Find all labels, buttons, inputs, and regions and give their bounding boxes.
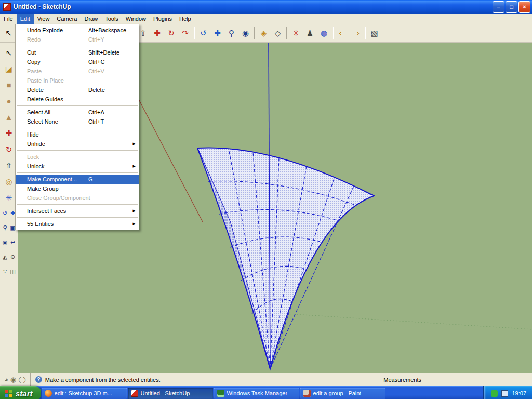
- globe-tool-button[interactable]: ◍: [317, 27, 330, 40]
- taskbar-item-paint[interactable]: edit a group - Paint: [300, 388, 385, 399]
- toolbar-separator: [194, 27, 195, 39]
- menu-item-unlock[interactable]: Unlock: [16, 162, 139, 171]
- menu-tools[interactable]: Tools: [101, 14, 122, 24]
- menu-separator: [17, 172, 138, 173]
- menu-item-shortcut: Ctrl+V: [88, 68, 104, 74]
- menu-item-label: Lock: [27, 154, 39, 160]
- menu-item-delete-guides[interactable]: Delete Guides: [16, 95, 139, 104]
- start-button[interactable]: start: [0, 386, 41, 399]
- menu-item-label: Close Group/Component: [27, 195, 90, 201]
- push-pull-tool-button[interactable]: ⇧: [2, 159, 16, 171]
- taskbar-item-firefox[interactable]: edit : Sketchup 3D m...: [42, 388, 127, 399]
- circle-tool-button[interactable]: ●: [2, 95, 16, 107]
- start-button-label: start: [16, 389, 33, 398]
- menu-item-select-none[interactable]: Select None Ctrl+T: [16, 117, 139, 126]
- rotate-tool-button[interactable]: ↻: [2, 143, 16, 155]
- menu-item-paste[interactable]: Paste Ctrl+V: [16, 66, 139, 76]
- sketchup-logo-icon: [3, 3, 11, 11]
- menu-view[interactable]: View: [34, 14, 54, 24]
- tray-icon-1[interactable]: [491, 390, 498, 397]
- taskbar-item-task-manager[interactable]: Windows Task Manager: [214, 388, 299, 399]
- section-plane-tool-button[interactable]: ◫: [9, 266, 17, 276]
- menu-item-lock[interactable]: Lock: [16, 152, 139, 162]
- menu-item-redo[interactable]: Redo Ctrl+Y: [16, 35, 139, 44]
- zoom-tool-button[interactable]: ⚲: [225, 27, 238, 40]
- status-icon-1[interactable]: ◕: [4, 376, 8, 383]
- rectangle-tool-button[interactable]: ■: [2, 79, 16, 91]
- menu-help[interactable]: Help: [176, 14, 195, 24]
- polygon-tool-button[interactable]: ▲: [2, 111, 16, 123]
- menu-item-shortcut: Ctrl+C: [88, 59, 104, 65]
- menu-item-label: Copy: [27, 59, 41, 65]
- menu-item-make-component[interactable]: Make Component... G: [16, 175, 139, 184]
- menu-separator: [17, 105, 138, 106]
- previous-view-tool-button[interactable]: ↩: [9, 237, 17, 247]
- orbit-tool-button[interactable]: ↺: [1, 208, 9, 218]
- menu-item-shortcut: Alt+Backspace: [88, 27, 126, 33]
- menu-item-label: Select All: [27, 109, 50, 115]
- menu-item-unhide[interactable]: Unhide: [16, 139, 139, 149]
- menu-item-55-entities[interactable]: 55 Entities: [16, 219, 139, 229]
- select-tool-button[interactable]: ↖: [2, 27, 15, 40]
- follow-me-tool-button[interactable]: ↷: [179, 27, 192, 40]
- menu-file[interactable]: File: [0, 14, 17, 24]
- axes-tool-button[interactable]: ✳: [2, 192, 16, 204]
- menu-item-select-all[interactable]: Select All Ctrl+A: [16, 108, 139, 117]
- status-hint: ? Make a component from the selected ent…: [31, 376, 377, 383]
- zoom-extents-tool-button[interactable]: ◉: [1, 237, 9, 247]
- menu-draw[interactable]: Draw: [81, 14, 101, 24]
- figure-tool-button[interactable]: ♟: [303, 27, 316, 40]
- menu-item-undo-explode[interactable]: Undo Explode Alt+Backspace: [16, 25, 139, 35]
- make-component-tool-button[interactable]: ◈: [257, 27, 270, 40]
- measurements-input[interactable]: [428, 373, 532, 386]
- menu-item-label: Unhide: [27, 141, 45, 147]
- menu-item-make-group[interactable]: Make Group: [16, 184, 139, 193]
- axes-tool-button[interactable]: ✳: [289, 27, 302, 40]
- offset-tool-button[interactable]: ◎: [2, 176, 16, 188]
- menu-item-cut[interactable]: Cut Shift+Delete: [16, 48, 139, 57]
- status-icon-2[interactable]: ◉: [10, 376, 16, 383]
- windows-flag-icon: [5, 390, 12, 397]
- taskbar-item-sketchup[interactable]: Untitled - SketchUp: [128, 388, 213, 399]
- paint-bucket-tool-button[interactable]: ◪: [2, 63, 16, 75]
- move-tool-button[interactable]: ✚: [151, 27, 164, 40]
- menu-item-shortcut: G: [88, 176, 93, 182]
- menu-item-shortcut: Ctrl+Y: [88, 36, 104, 43]
- menu-item-close-group-component[interactable]: Close Group/Component: [16, 193, 139, 203]
- menu-edit[interactable]: Edit: [17, 14, 34, 24]
- tray-icon-2[interactable]: [501, 390, 508, 397]
- close-button[interactable]: ×: [518, 1, 530, 13]
- move-tool-button[interactable]: ✚: [2, 127, 16, 139]
- look-around-tool-button[interactable]: ⊙: [9, 251, 17, 262]
- menu-plugins[interactable]: Plugins: [150, 14, 176, 24]
- box-tool-button[interactable]: ▧: [368, 27, 381, 40]
- pan-tool-button[interactable]: ✚: [211, 27, 224, 40]
- zoom-extents-tool-button[interactable]: ◉: [239, 27, 252, 40]
- menu-item-paste-in-place[interactable]: Paste In Place: [16, 76, 139, 85]
- menu-item-label: Intersect Faces: [27, 208, 66, 214]
- zoom-tool-button[interactable]: ⚲: [1, 222, 9, 233]
- export-tool-button[interactable]: ⇒: [350, 27, 363, 40]
- import-tool-button[interactable]: ⇐: [336, 27, 349, 40]
- menu-item-delete[interactable]: Delete Delete: [16, 85, 139, 95]
- menubar: File Edit View Camera Draw Tools Window …: [0, 14, 532, 24]
- minimize-button[interactable]: –: [493, 1, 504, 13]
- select-tool-button[interactable]: ↖: [2, 47, 16, 59]
- menu-item-intersect-faces[interactable]: Intersect Faces: [16, 206, 139, 216]
- orbit-tool-button[interactable]: ↺: [197, 27, 210, 40]
- menu-item-label: Paste: [27, 68, 42, 74]
- selected-face[interactable]: [197, 148, 374, 369]
- menu-camera[interactable]: Camera: [53, 14, 81, 24]
- status-hint-text: Make a component from the selected entit…: [45, 377, 161, 383]
- walk-tool-button[interactable]: ∵: [1, 266, 9, 276]
- menu-item-label: Make Group: [27, 185, 59, 192]
- menu-separator: [17, 204, 138, 205]
- maximize-button[interactable]: □: [506, 1, 517, 13]
- menu-window[interactable]: Window: [122, 14, 150, 24]
- face-style-tool-button[interactable]: ◇: [271, 27, 284, 40]
- status-icon-3[interactable]: ◯: [18, 376, 26, 383]
- menu-item-copy[interactable]: Copy Ctrl+C: [16, 57, 139, 66]
- rotate-tool-button[interactable]: ↻: [165, 27, 178, 40]
- menu-item-hide[interactable]: Hide: [16, 130, 139, 139]
- position-camera-tool-button[interactable]: ◭: [1, 251, 9, 262]
